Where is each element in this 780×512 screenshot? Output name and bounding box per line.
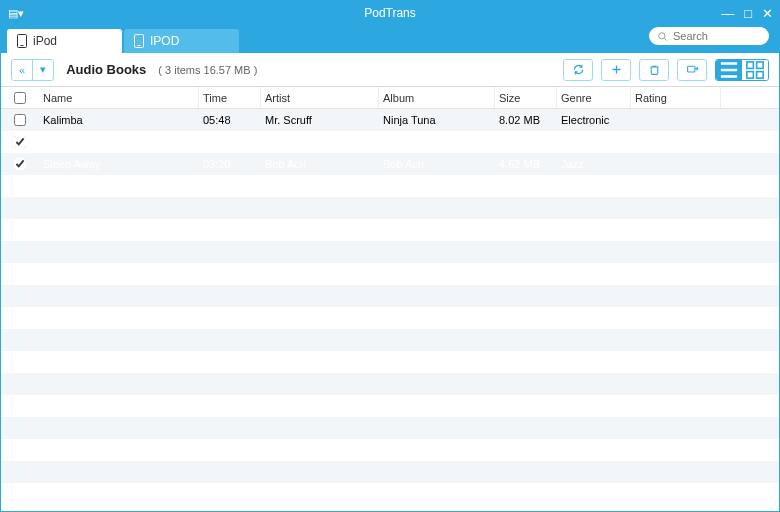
- cell-size: 4.62 MB: [495, 153, 557, 175]
- minimize-button[interactable]: —: [721, 7, 734, 20]
- toolbar: « ▾ Audio Books ( 3 items 16.57 MB ): [1, 53, 779, 87]
- section-title: Audio Books: [66, 62, 146, 77]
- empty-row: [1, 175, 779, 197]
- col-time[interactable]: Time: [199, 87, 261, 108]
- svg-rect-5: [747, 71, 754, 78]
- table-row[interactable]: Sleep Away03:20Bob AcriBob Acri4.62 MBJa…: [1, 153, 779, 175]
- empty-row: [1, 197, 779, 219]
- device-icon: [17, 34, 27, 48]
- cell-time: 02:49: [199, 131, 261, 153]
- tabs-bar: iPod IPOD: [1, 25, 779, 53]
- table-row[interactable]: Maid with the Flaxen Hair02:49Richard St…: [1, 131, 779, 153]
- section-subtitle: ( 3 items 16.57 MB ): [158, 64, 257, 76]
- cell-artist: Bob Acri: [261, 153, 379, 175]
- cell-size: 8.02 MB: [495, 109, 557, 131]
- maximize-button[interactable]: □: [744, 7, 752, 20]
- delete-button[interactable]: [639, 59, 669, 81]
- cell-rating: [631, 131, 721, 153]
- window-title: PodTrans: [1, 6, 779, 20]
- col-artist[interactable]: Artist: [261, 87, 379, 108]
- title-bar: ▤▾ PodTrans — □ ✕: [1, 1, 779, 25]
- table-row[interactable]: Kalimba05:48Mr. ScruffNinja Tuna8.02 MBE…: [1, 109, 779, 131]
- cell-genre: Jazz: [557, 153, 631, 175]
- back-button[interactable]: «: [12, 60, 32, 80]
- trash-icon: [648, 63, 661, 76]
- cell-time: 03:20: [199, 153, 261, 175]
- cell-artist: Richard Stoltzman/Slo...: [261, 131, 379, 153]
- nav-back-group: « ▾: [11, 59, 54, 81]
- list-view-button[interactable]: [716, 60, 742, 80]
- col-album[interactable]: Album: [379, 87, 495, 108]
- empty-row: [1, 307, 779, 329]
- close-button[interactable]: ✕: [762, 7, 773, 20]
- tab-ipod-upper[interactable]: IPOD: [124, 29, 239, 53]
- refresh-icon: [572, 63, 585, 76]
- grid-icon: [742, 59, 768, 81]
- empty-row: [1, 241, 779, 263]
- svg-point-0: [659, 32, 665, 38]
- search-input[interactable]: [673, 30, 761, 42]
- svg-line-1: [664, 38, 666, 40]
- col-size[interactable]: Size: [495, 87, 557, 108]
- svg-rect-3: [747, 61, 754, 68]
- app-menu-button[interactable]: ▤▾: [5, 4, 27, 22]
- empty-row: [1, 373, 779, 395]
- empty-row: [1, 219, 779, 241]
- col-name[interactable]: Name: [39, 87, 199, 108]
- cell-album: Ninja Tuna: [379, 109, 495, 131]
- cell-name: Kalimba: [39, 109, 199, 131]
- empty-row: [1, 461, 779, 483]
- row-checkbox[interactable]: [14, 114, 26, 126]
- list-icon: [716, 59, 742, 81]
- plus-icon: [610, 63, 623, 76]
- tab-label: IPOD: [150, 34, 179, 48]
- table-header: Name Time Artist Album Size Genre Rating: [1, 87, 779, 109]
- svg-rect-4: [757, 61, 764, 68]
- empty-row: [1, 439, 779, 461]
- cell-rating: [631, 153, 721, 175]
- svg-rect-2: [687, 66, 694, 72]
- empty-row: [1, 395, 779, 417]
- empty-row: [1, 351, 779, 373]
- empty-row: [1, 417, 779, 439]
- add-button[interactable]: [601, 59, 631, 81]
- cell-genre: Electronic: [557, 109, 631, 131]
- search-box[interactable]: [649, 27, 769, 45]
- search-icon: [657, 31, 668, 42]
- cell-genre: Classical: [557, 131, 631, 153]
- empty-row: [1, 285, 779, 307]
- cell-time: 05:48: [199, 109, 261, 131]
- grid-view-button[interactable]: [742, 60, 768, 80]
- row-checkbox[interactable]: [14, 136, 26, 148]
- back-dropdown[interactable]: ▾: [32, 60, 53, 80]
- cell-album: Fine Music, Vol. 1: [379, 131, 495, 153]
- empty-row: [1, 483, 779, 505]
- tab-ipod-lower[interactable]: iPod: [7, 29, 122, 53]
- export-icon: [686, 63, 699, 76]
- cell-size: 3.92 MB: [495, 131, 557, 153]
- cell-rating: [631, 109, 721, 131]
- export-button[interactable]: [677, 59, 707, 81]
- svg-rect-6: [757, 71, 764, 78]
- col-rating[interactable]: Rating: [631, 87, 721, 108]
- view-toggle: [715, 59, 769, 81]
- empty-row: [1, 329, 779, 351]
- window-controls: — □ ✕: [721, 1, 773, 25]
- cell-name: Sleep Away: [39, 153, 199, 175]
- tab-label: iPod: [33, 34, 57, 48]
- refresh-button[interactable]: [563, 59, 593, 81]
- device-icon: [134, 34, 144, 48]
- select-all-checkbox[interactable]: [14, 92, 26, 104]
- cell-artist: Mr. Scruff: [261, 109, 379, 131]
- cell-album: Bob Acri: [379, 153, 495, 175]
- row-checkbox[interactable]: [14, 158, 26, 170]
- table-body: Kalimba05:48Mr. ScruffNinja Tuna8.02 MBE…: [1, 109, 779, 511]
- cell-name: Maid with the Flaxen Hair: [39, 131, 199, 153]
- empty-row: [1, 263, 779, 285]
- col-genre[interactable]: Genre: [557, 87, 631, 108]
